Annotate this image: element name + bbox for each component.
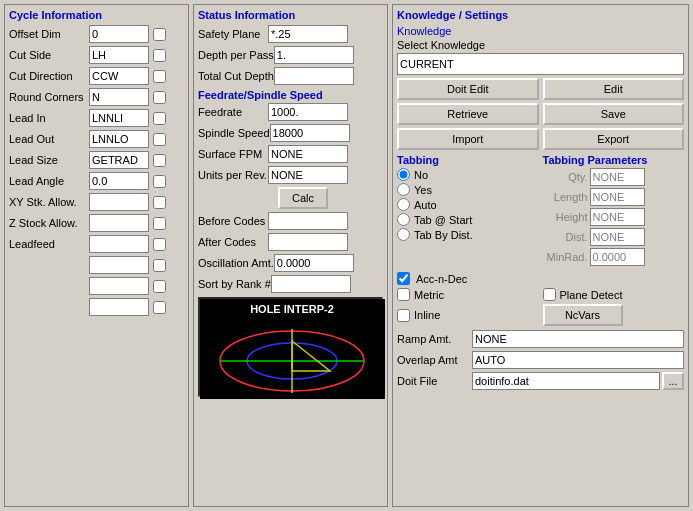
plane-detect-wrapper: Plane Detect bbox=[543, 288, 685, 301]
tabbing-start-label: Tab @ Start bbox=[414, 214, 472, 226]
doit-file-browse-button[interactable]: ... bbox=[662, 372, 684, 390]
tab-length-row: Length bbox=[543, 188, 685, 206]
inline-checkbox[interactable] bbox=[397, 309, 410, 322]
xy-stk-checkbox[interactable] bbox=[153, 196, 166, 209]
tab-dist-input[interactable] bbox=[590, 228, 645, 246]
feedrate-label: Feedrate bbox=[198, 106, 268, 118]
depth-per-pass-row: Depth per Pass bbox=[198, 46, 383, 64]
tabbing-left: Tabbing No Yes Auto Tab @ Start bbox=[397, 154, 539, 268]
spindle-speed-input[interactable] bbox=[270, 124, 350, 142]
safety-plane-label: Safety Plane bbox=[198, 28, 268, 40]
round-corners-checkbox[interactable] bbox=[153, 91, 166, 104]
extra-input1[interactable] bbox=[89, 256, 149, 274]
extra-row2 bbox=[9, 277, 184, 295]
lead-angle-input[interactable] bbox=[89, 172, 149, 190]
offset-dim-input[interactable] bbox=[89, 25, 149, 43]
overlap-amt-label: Overlap Amt bbox=[397, 354, 472, 366]
export-button[interactable]: Export bbox=[543, 128, 685, 150]
feedrate-input[interactable] bbox=[268, 103, 348, 121]
tabbing-auto-radio[interactable] bbox=[397, 198, 410, 211]
extra-row3 bbox=[9, 298, 184, 316]
doit-file-input[interactable] bbox=[472, 372, 660, 390]
depth-per-pass-input[interactable] bbox=[274, 46, 354, 64]
select-knowledge-wrapper: CURRENT bbox=[397, 53, 684, 75]
after-codes-input[interactable] bbox=[268, 233, 348, 251]
tabbing-yes-row: Yes bbox=[397, 183, 539, 196]
xy-stk-input[interactable] bbox=[89, 193, 149, 211]
cut-side-input[interactable] bbox=[89, 46, 149, 64]
doit-file-label: Doit File bbox=[397, 375, 472, 387]
doit-edit-button[interactable]: Doit Edit bbox=[397, 78, 539, 100]
cycle-information-panel: Cycle Information Offset Dim Cut Side Cu… bbox=[4, 4, 189, 507]
oscillation-input[interactable] bbox=[274, 254, 354, 272]
tabbing-dist-row: Tab By Dist. bbox=[397, 228, 539, 241]
retrieve-button[interactable]: Retrieve bbox=[397, 103, 539, 125]
lead-size-input[interactable] bbox=[89, 151, 149, 169]
oscillation-label: Oscillation Amt. bbox=[198, 257, 274, 269]
lead-angle-row: Lead Angle bbox=[9, 172, 184, 190]
leadfeed-input[interactable] bbox=[89, 235, 149, 253]
sort-rank-input[interactable] bbox=[271, 275, 351, 293]
calc-button[interactable]: Calc bbox=[278, 187, 328, 209]
plane-detect-checkbox[interactable] bbox=[543, 288, 556, 301]
acc-n-dec-checkbox[interactable] bbox=[397, 272, 410, 285]
lead-out-checkbox[interactable] bbox=[153, 133, 166, 146]
extra-input3[interactable] bbox=[89, 298, 149, 316]
doit-file-row: Doit File ... bbox=[397, 372, 684, 390]
surface-fpm-input[interactable] bbox=[268, 145, 348, 163]
offset-dim-checkbox[interactable] bbox=[153, 28, 166, 41]
lead-out-input[interactable] bbox=[89, 130, 149, 148]
edit-button[interactable]: Edit bbox=[543, 78, 685, 100]
select-knowledge-dropdown[interactable]: CURRENT bbox=[397, 53, 684, 75]
extra-checkbox2[interactable] bbox=[153, 280, 166, 293]
before-codes-input[interactable] bbox=[268, 212, 348, 230]
after-codes-row: After Codes bbox=[198, 233, 383, 251]
leadfeed-checkbox[interactable] bbox=[153, 238, 166, 251]
lead-size-checkbox[interactable] bbox=[153, 154, 166, 167]
svg-text:HOLE INTERP-2: HOLE INTERP-2 bbox=[250, 303, 334, 315]
tab-qty-input[interactable] bbox=[590, 168, 645, 186]
tabbing-yes-radio[interactable] bbox=[397, 183, 410, 196]
lead-in-input[interactable] bbox=[89, 109, 149, 127]
z-stock-checkbox[interactable] bbox=[153, 217, 166, 230]
extra-checkbox3[interactable] bbox=[153, 301, 166, 314]
btn-row-3: Import Export bbox=[397, 128, 684, 150]
tabbing-right: Tabbing Parameters Qty. Length Height Di… bbox=[543, 154, 685, 268]
cut-side-label: Cut Side bbox=[9, 49, 89, 61]
tab-length-input[interactable] bbox=[590, 188, 645, 206]
cut-direction-label: Cut Direction bbox=[9, 70, 89, 82]
tab-height-input[interactable] bbox=[590, 208, 645, 226]
cycle-info-title: Cycle Information bbox=[9, 9, 184, 21]
oscillation-row: Oscillation Amt. bbox=[198, 254, 383, 272]
tabbing-start-radio[interactable] bbox=[397, 213, 410, 226]
round-corners-input[interactable] bbox=[89, 88, 149, 106]
tab-minrad-input[interactable] bbox=[590, 248, 645, 266]
cut-direction-checkbox[interactable] bbox=[153, 70, 166, 83]
tabbing-no-label: No bbox=[414, 169, 428, 181]
bottom-fields: Ramp Amt. Overlap Amt Doit File ... bbox=[397, 330, 684, 390]
cut-side-checkbox[interactable] bbox=[153, 49, 166, 62]
cut-direction-input[interactable] bbox=[89, 67, 149, 85]
metric-checkbox[interactable] bbox=[397, 288, 410, 301]
total-cut-depth-input[interactable] bbox=[274, 67, 354, 85]
z-stock-label: Z Stock Allow. bbox=[9, 217, 89, 229]
ramp-amt-input[interactable] bbox=[472, 330, 684, 348]
lead-in-checkbox[interactable] bbox=[153, 112, 166, 125]
tabbing-dist-radio[interactable] bbox=[397, 228, 410, 241]
z-stock-input[interactable] bbox=[89, 214, 149, 232]
import-button[interactable]: Import bbox=[397, 128, 539, 150]
save-button[interactable]: Save bbox=[543, 103, 685, 125]
overlap-amt-input[interactable] bbox=[472, 351, 684, 369]
inline-label: Inline bbox=[414, 309, 440, 321]
knowledge-settings-title: Knowledge / Settings bbox=[397, 9, 684, 21]
safety-plane-input[interactable] bbox=[268, 25, 348, 43]
extra-checkbox1[interactable] bbox=[153, 259, 166, 272]
ncvars-wrapper: NcVars bbox=[543, 304, 685, 326]
units-per-rev-input[interactable] bbox=[268, 166, 348, 184]
metric-wrapper: Metric bbox=[397, 288, 539, 301]
ncvars-button[interactable]: NcVars bbox=[543, 304, 623, 326]
tabbing-no-radio[interactable] bbox=[397, 168, 410, 181]
cut-side-row: Cut Side bbox=[9, 46, 184, 64]
extra-input2[interactable] bbox=[89, 277, 149, 295]
lead-angle-checkbox[interactable] bbox=[153, 175, 166, 188]
